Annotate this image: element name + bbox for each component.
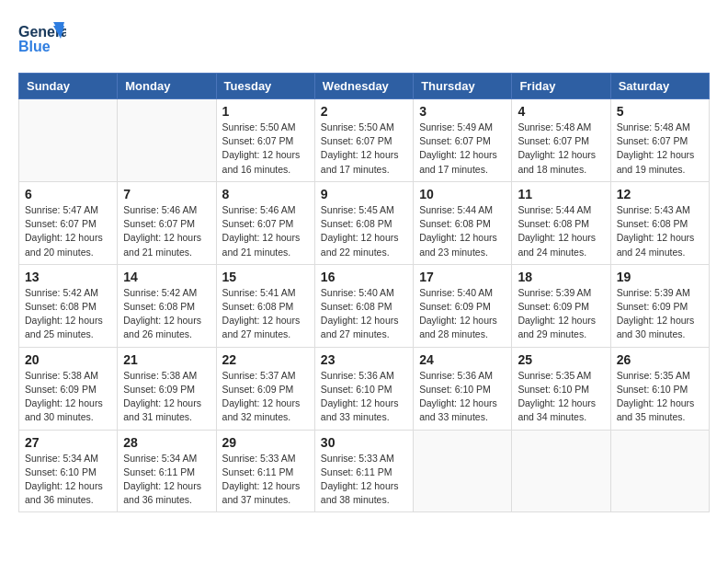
calendar-cell bbox=[118, 99, 216, 182]
calendar-cell: 11Sunrise: 5:44 AM Sunset: 6:08 PM Dayli… bbox=[512, 181, 610, 264]
calendar-cell bbox=[414, 430, 512, 512]
svg-text:Blue: Blue bbox=[18, 39, 51, 54]
day-info: Sunrise: 5:47 AM Sunset: 6:07 PM Dayligh… bbox=[25, 203, 111, 259]
day-info: Sunrise: 5:36 AM Sunset: 6:10 PM Dayligh… bbox=[419, 369, 506, 425]
calendar-cell: 7Sunrise: 5:46 AM Sunset: 6:07 PM Daylig… bbox=[118, 181, 216, 264]
calendar-cell: 10Sunrise: 5:44 AM Sunset: 6:08 PM Dayli… bbox=[414, 181, 512, 264]
calendar-cell: 14Sunrise: 5:42 AM Sunset: 6:08 PM Dayli… bbox=[118, 264, 216, 347]
calendar-week-2: 6Sunrise: 5:47 AM Sunset: 6:07 PM Daylig… bbox=[19, 181, 710, 264]
calendar-cell: 4Sunrise: 5:48 AM Sunset: 6:07 PM Daylig… bbox=[512, 99, 610, 182]
day-info: Sunrise: 5:48 AM Sunset: 6:07 PM Dayligh… bbox=[518, 121, 604, 177]
calendar-cell: 15Sunrise: 5:41 AM Sunset: 6:08 PM Dayli… bbox=[216, 264, 314, 347]
weekday-header-monday: Monday bbox=[118, 74, 216, 99]
calendar-cell: 6Sunrise: 5:47 AM Sunset: 6:07 PM Daylig… bbox=[19, 181, 118, 264]
calendar-cell: 21Sunrise: 5:38 AM Sunset: 6:09 PM Dayli… bbox=[118, 347, 216, 430]
day-number: 29 bbox=[222, 435, 309, 450]
calendar-cell: 16Sunrise: 5:40 AM Sunset: 6:08 PM Dayli… bbox=[314, 264, 413, 347]
day-info: Sunrise: 5:45 AM Sunset: 6:08 PM Dayligh… bbox=[321, 203, 407, 259]
calendar-cell: 8Sunrise: 5:46 AM Sunset: 6:07 PM Daylig… bbox=[216, 181, 314, 264]
day-number: 6 bbox=[25, 187, 111, 201]
calendar-cell bbox=[512, 430, 610, 512]
calendar-cell: 20Sunrise: 5:38 AM Sunset: 6:09 PM Dayli… bbox=[19, 347, 118, 430]
weekday-header-sunday: Sunday bbox=[19, 74, 118, 99]
day-number: 3 bbox=[419, 104, 506, 119]
calendar-week-3: 13Sunrise: 5:42 AM Sunset: 6:08 PM Dayli… bbox=[19, 264, 710, 347]
day-info: Sunrise: 5:39 AM Sunset: 6:09 PM Dayligh… bbox=[617, 286, 703, 342]
day-info: Sunrise: 5:34 AM Sunset: 6:11 PM Dayligh… bbox=[123, 452, 210, 508]
logo: General Blue bbox=[18, 18, 66, 63]
day-info: Sunrise: 5:44 AM Sunset: 6:08 PM Dayligh… bbox=[419, 203, 506, 259]
calendar-cell: 28Sunrise: 5:34 AM Sunset: 6:11 PM Dayli… bbox=[118, 430, 216, 512]
day-info: Sunrise: 5:48 AM Sunset: 6:07 PM Dayligh… bbox=[617, 121, 703, 177]
day-info: Sunrise: 5:34 AM Sunset: 6:10 PM Dayligh… bbox=[25, 452, 111, 508]
day-number: 18 bbox=[518, 270, 604, 284]
calendar-cell: 22Sunrise: 5:37 AM Sunset: 6:09 PM Dayli… bbox=[216, 347, 314, 430]
calendar-week-1: 1Sunrise: 5:50 AM Sunset: 6:07 PM Daylig… bbox=[19, 99, 710, 182]
day-info: Sunrise: 5:40 AM Sunset: 6:08 PM Dayligh… bbox=[321, 286, 407, 342]
weekday-header-row: SundayMondayTuesdayWednesdayThursdayFrid… bbox=[19, 74, 710, 99]
day-number: 10 bbox=[419, 187, 506, 201]
calendar-cell: 26Sunrise: 5:35 AM Sunset: 6:10 PM Dayli… bbox=[610, 347, 709, 430]
day-info: Sunrise: 5:37 AM Sunset: 6:09 PM Dayligh… bbox=[222, 369, 309, 425]
calendar-cell: 3Sunrise: 5:49 AM Sunset: 6:07 PM Daylig… bbox=[414, 99, 512, 182]
calendar-cell: 5Sunrise: 5:48 AM Sunset: 6:07 PM Daylig… bbox=[610, 99, 709, 182]
day-info: Sunrise: 5:44 AM Sunset: 6:08 PM Dayligh… bbox=[518, 203, 604, 259]
calendar-cell: 13Sunrise: 5:42 AM Sunset: 6:08 PM Dayli… bbox=[19, 264, 118, 347]
calendar-table: SundayMondayTuesdayWednesdayThursdayFrid… bbox=[18, 73, 710, 512]
day-info: Sunrise: 5:49 AM Sunset: 6:07 PM Dayligh… bbox=[419, 121, 506, 177]
day-info: Sunrise: 5:42 AM Sunset: 6:08 PM Dayligh… bbox=[25, 286, 111, 342]
day-number: 26 bbox=[617, 352, 703, 367]
day-info: Sunrise: 5:42 AM Sunset: 6:08 PM Dayligh… bbox=[123, 286, 210, 342]
calendar-cell: 18Sunrise: 5:39 AM Sunset: 6:09 PM Dayli… bbox=[512, 264, 610, 347]
day-info: Sunrise: 5:50 AM Sunset: 6:07 PM Dayligh… bbox=[321, 121, 407, 177]
calendar-cell: 29Sunrise: 5:33 AM Sunset: 6:11 PM Dayli… bbox=[216, 430, 314, 512]
calendar-cell: 30Sunrise: 5:33 AM Sunset: 6:11 PM Dayli… bbox=[314, 430, 413, 512]
day-info: Sunrise: 5:43 AM Sunset: 6:08 PM Dayligh… bbox=[617, 203, 703, 259]
day-number: 21 bbox=[123, 352, 210, 367]
day-number: 1 bbox=[222, 104, 309, 119]
day-number: 23 bbox=[321, 352, 407, 367]
calendar-cell: 1Sunrise: 5:50 AM Sunset: 6:07 PM Daylig… bbox=[216, 99, 314, 182]
day-info: Sunrise: 5:38 AM Sunset: 6:09 PM Dayligh… bbox=[123, 369, 210, 425]
weekday-header-saturday: Saturday bbox=[610, 74, 709, 99]
day-number: 2 bbox=[321, 104, 407, 119]
calendar-cell: 23Sunrise: 5:36 AM Sunset: 6:10 PM Dayli… bbox=[314, 347, 413, 430]
day-number: 14 bbox=[123, 270, 210, 284]
day-number: 12 bbox=[617, 187, 703, 201]
calendar-cell: 12Sunrise: 5:43 AM Sunset: 6:08 PM Dayli… bbox=[610, 181, 709, 264]
header: General Blue bbox=[18, 18, 710, 63]
day-info: Sunrise: 5:46 AM Sunset: 6:07 PM Dayligh… bbox=[222, 203, 309, 259]
day-number: 15 bbox=[222, 270, 309, 284]
day-number: 30 bbox=[321, 435, 407, 450]
day-number: 28 bbox=[123, 435, 210, 450]
weekday-header-thursday: Thursday bbox=[414, 74, 512, 99]
day-number: 9 bbox=[321, 187, 407, 201]
weekday-header-wednesday: Wednesday bbox=[314, 74, 413, 99]
day-info: Sunrise: 5:50 AM Sunset: 6:07 PM Dayligh… bbox=[222, 121, 309, 177]
day-number: 5 bbox=[617, 104, 703, 119]
day-info: Sunrise: 5:33 AM Sunset: 6:11 PM Dayligh… bbox=[321, 452, 407, 508]
day-number: 27 bbox=[25, 435, 111, 450]
calendar-cell: 9Sunrise: 5:45 AM Sunset: 6:08 PM Daylig… bbox=[314, 181, 413, 264]
day-number: 13 bbox=[25, 270, 111, 284]
day-number: 17 bbox=[419, 270, 506, 284]
day-info: Sunrise: 5:35 AM Sunset: 6:10 PM Dayligh… bbox=[617, 369, 703, 425]
day-info: Sunrise: 5:33 AM Sunset: 6:11 PM Dayligh… bbox=[222, 452, 309, 508]
day-number: 7 bbox=[123, 187, 210, 201]
day-info: Sunrise: 5:41 AM Sunset: 6:08 PM Dayligh… bbox=[222, 286, 309, 342]
day-info: Sunrise: 5:39 AM Sunset: 6:09 PM Dayligh… bbox=[518, 286, 604, 342]
day-info: Sunrise: 5:40 AM Sunset: 6:09 PM Dayligh… bbox=[419, 286, 506, 342]
day-info: Sunrise: 5:36 AM Sunset: 6:10 PM Dayligh… bbox=[321, 369, 407, 425]
day-info: Sunrise: 5:46 AM Sunset: 6:07 PM Dayligh… bbox=[123, 203, 210, 259]
day-number: 11 bbox=[518, 187, 604, 201]
day-number: 22 bbox=[222, 352, 309, 367]
day-info: Sunrise: 5:35 AM Sunset: 6:10 PM Dayligh… bbox=[518, 369, 604, 425]
calendar-cell: 27Sunrise: 5:34 AM Sunset: 6:10 PM Dayli… bbox=[19, 430, 118, 512]
calendar-week-5: 27Sunrise: 5:34 AM Sunset: 6:10 PM Dayli… bbox=[19, 430, 710, 512]
day-number: 8 bbox=[222, 187, 309, 201]
weekday-header-tuesday: Tuesday bbox=[216, 74, 314, 99]
calendar-cell: 17Sunrise: 5:40 AM Sunset: 6:09 PM Dayli… bbox=[414, 264, 512, 347]
day-number: 16 bbox=[321, 270, 407, 284]
day-number: 4 bbox=[518, 104, 604, 119]
day-number: 20 bbox=[25, 352, 111, 367]
